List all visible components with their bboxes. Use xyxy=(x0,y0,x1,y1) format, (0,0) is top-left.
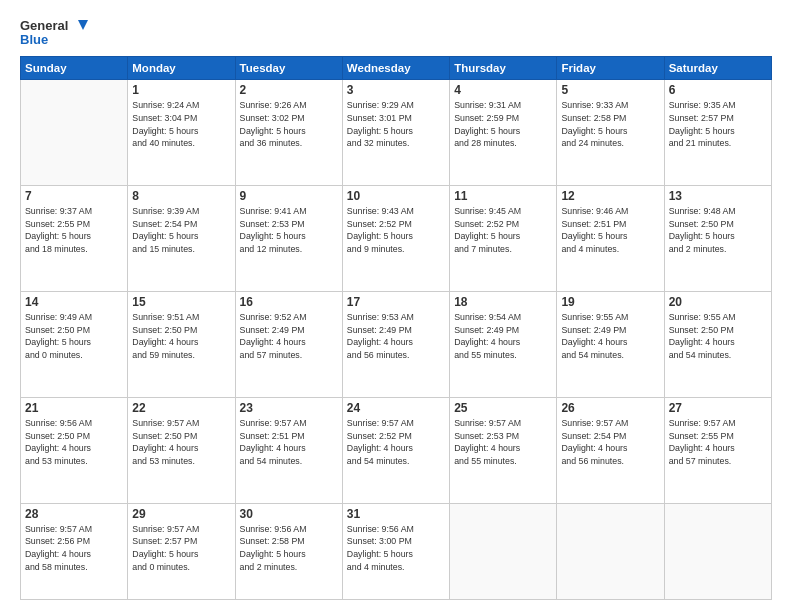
calendar-cell: 8Sunrise: 9:39 AM Sunset: 2:54 PM Daylig… xyxy=(128,185,235,291)
calendar-cell: 30Sunrise: 9:56 AM Sunset: 2:58 PM Dayli… xyxy=(235,503,342,599)
day-info: Sunrise: 9:33 AM Sunset: 2:58 PM Dayligh… xyxy=(561,99,659,150)
svg-marker-2 xyxy=(78,20,88,30)
day-info: Sunrise: 9:26 AM Sunset: 3:02 PM Dayligh… xyxy=(240,99,338,150)
calendar-cell xyxy=(21,80,128,186)
calendar-cell: 17Sunrise: 9:53 AM Sunset: 2:49 PM Dayli… xyxy=(342,291,449,397)
day-info: Sunrise: 9:55 AM Sunset: 2:49 PM Dayligh… xyxy=(561,311,659,362)
day-info: Sunrise: 9:56 AM Sunset: 3:00 PM Dayligh… xyxy=(347,523,445,574)
day-number: 28 xyxy=(25,507,123,521)
weekday-header-sunday: Sunday xyxy=(21,57,128,80)
day-info: Sunrise: 9:57 AM Sunset: 2:57 PM Dayligh… xyxy=(132,523,230,574)
day-number: 22 xyxy=(132,401,230,415)
calendar-cell: 24Sunrise: 9:57 AM Sunset: 2:52 PM Dayli… xyxy=(342,397,449,503)
day-info: Sunrise: 9:57 AM Sunset: 2:51 PM Dayligh… xyxy=(240,417,338,468)
calendar-cell: 4Sunrise: 9:31 AM Sunset: 2:59 PM Daylig… xyxy=(450,80,557,186)
day-info: Sunrise: 9:39 AM Sunset: 2:54 PM Dayligh… xyxy=(132,205,230,256)
calendar-cell: 27Sunrise: 9:57 AM Sunset: 2:55 PM Dayli… xyxy=(664,397,771,503)
day-info: Sunrise: 9:46 AM Sunset: 2:51 PM Dayligh… xyxy=(561,205,659,256)
day-number: 27 xyxy=(669,401,767,415)
weekday-header-row: SundayMondayTuesdayWednesdayThursdayFrid… xyxy=(21,57,772,80)
weekday-header-saturday: Saturday xyxy=(664,57,771,80)
day-info: Sunrise: 9:35 AM Sunset: 2:57 PM Dayligh… xyxy=(669,99,767,150)
calendar-cell xyxy=(557,503,664,599)
day-number: 16 xyxy=(240,295,338,309)
calendar-cell: 5Sunrise: 9:33 AM Sunset: 2:58 PM Daylig… xyxy=(557,80,664,186)
day-number: 14 xyxy=(25,295,123,309)
weekday-header-wednesday: Wednesday xyxy=(342,57,449,80)
day-info: Sunrise: 9:55 AM Sunset: 2:50 PM Dayligh… xyxy=(669,311,767,362)
day-info: Sunrise: 9:57 AM Sunset: 2:53 PM Dayligh… xyxy=(454,417,552,468)
day-number: 10 xyxy=(347,189,445,203)
calendar-cell: 3Sunrise: 9:29 AM Sunset: 3:01 PM Daylig… xyxy=(342,80,449,186)
calendar-cell: 29Sunrise: 9:57 AM Sunset: 2:57 PM Dayli… xyxy=(128,503,235,599)
week-row-2: 7Sunrise: 9:37 AM Sunset: 2:55 PM Daylig… xyxy=(21,185,772,291)
day-info: Sunrise: 9:37 AM Sunset: 2:55 PM Dayligh… xyxy=(25,205,123,256)
calendar-cell xyxy=(664,503,771,599)
day-info: Sunrise: 9:57 AM Sunset: 2:55 PM Dayligh… xyxy=(669,417,767,468)
weekday-header-thursday: Thursday xyxy=(450,57,557,80)
calendar-cell: 14Sunrise: 9:49 AM Sunset: 2:50 PM Dayli… xyxy=(21,291,128,397)
day-info: Sunrise: 9:49 AM Sunset: 2:50 PM Dayligh… xyxy=(25,311,123,362)
calendar-cell: 9Sunrise: 9:41 AM Sunset: 2:53 PM Daylig… xyxy=(235,185,342,291)
day-number: 8 xyxy=(132,189,230,203)
day-info: Sunrise: 9:51 AM Sunset: 2:50 PM Dayligh… xyxy=(132,311,230,362)
page: GeneralBlue SundayMondayTuesdayWednesday… xyxy=(0,0,792,612)
calendar-cell: 20Sunrise: 9:55 AM Sunset: 2:50 PM Dayli… xyxy=(664,291,771,397)
header: GeneralBlue xyxy=(20,16,772,48)
day-info: Sunrise: 9:57 AM Sunset: 2:52 PM Dayligh… xyxy=(347,417,445,468)
calendar-cell: 16Sunrise: 9:52 AM Sunset: 2:49 PM Dayli… xyxy=(235,291,342,397)
calendar-cell: 7Sunrise: 9:37 AM Sunset: 2:55 PM Daylig… xyxy=(21,185,128,291)
day-info: Sunrise: 9:53 AM Sunset: 2:49 PM Dayligh… xyxy=(347,311,445,362)
day-number: 30 xyxy=(240,507,338,521)
calendar-cell: 1Sunrise: 9:24 AM Sunset: 3:04 PM Daylig… xyxy=(128,80,235,186)
calendar-cell xyxy=(450,503,557,599)
calendar-cell: 2Sunrise: 9:26 AM Sunset: 3:02 PM Daylig… xyxy=(235,80,342,186)
day-info: Sunrise: 9:43 AM Sunset: 2:52 PM Dayligh… xyxy=(347,205,445,256)
day-number: 25 xyxy=(454,401,552,415)
day-info: Sunrise: 9:56 AM Sunset: 2:50 PM Dayligh… xyxy=(25,417,123,468)
day-info: Sunrise: 9:45 AM Sunset: 2:52 PM Dayligh… xyxy=(454,205,552,256)
day-info: Sunrise: 9:52 AM Sunset: 2:49 PM Dayligh… xyxy=(240,311,338,362)
calendar-cell: 28Sunrise: 9:57 AM Sunset: 2:56 PM Dayli… xyxy=(21,503,128,599)
day-info: Sunrise: 9:41 AM Sunset: 2:53 PM Dayligh… xyxy=(240,205,338,256)
day-number: 18 xyxy=(454,295,552,309)
day-number: 6 xyxy=(669,83,767,97)
week-row-1: 1Sunrise: 9:24 AM Sunset: 3:04 PM Daylig… xyxy=(21,80,772,186)
calendar-cell: 6Sunrise: 9:35 AM Sunset: 2:57 PM Daylig… xyxy=(664,80,771,186)
day-number: 7 xyxy=(25,189,123,203)
day-number: 3 xyxy=(347,83,445,97)
calendar-cell: 21Sunrise: 9:56 AM Sunset: 2:50 PM Dayli… xyxy=(21,397,128,503)
svg-text:Blue: Blue xyxy=(20,32,48,47)
day-number: 23 xyxy=(240,401,338,415)
day-info: Sunrise: 9:57 AM Sunset: 2:50 PM Dayligh… xyxy=(132,417,230,468)
day-number: 19 xyxy=(561,295,659,309)
day-info: Sunrise: 9:29 AM Sunset: 3:01 PM Dayligh… xyxy=(347,99,445,150)
day-number: 29 xyxy=(132,507,230,521)
week-row-5: 28Sunrise: 9:57 AM Sunset: 2:56 PM Dayli… xyxy=(21,503,772,599)
day-number: 11 xyxy=(454,189,552,203)
logo-icon: GeneralBlue xyxy=(20,16,90,48)
week-row-4: 21Sunrise: 9:56 AM Sunset: 2:50 PM Dayli… xyxy=(21,397,772,503)
calendar-cell: 13Sunrise: 9:48 AM Sunset: 2:50 PM Dayli… xyxy=(664,185,771,291)
day-number: 5 xyxy=(561,83,659,97)
day-info: Sunrise: 9:54 AM Sunset: 2:49 PM Dayligh… xyxy=(454,311,552,362)
day-number: 21 xyxy=(25,401,123,415)
weekday-header-tuesday: Tuesday xyxy=(235,57,342,80)
day-number: 9 xyxy=(240,189,338,203)
day-info: Sunrise: 9:57 AM Sunset: 2:56 PM Dayligh… xyxy=(25,523,123,574)
calendar-cell: 23Sunrise: 9:57 AM Sunset: 2:51 PM Dayli… xyxy=(235,397,342,503)
calendar-cell: 22Sunrise: 9:57 AM Sunset: 2:50 PM Dayli… xyxy=(128,397,235,503)
calendar-cell: 26Sunrise: 9:57 AM Sunset: 2:54 PM Dayli… xyxy=(557,397,664,503)
day-info: Sunrise: 9:57 AM Sunset: 2:54 PM Dayligh… xyxy=(561,417,659,468)
day-number: 15 xyxy=(132,295,230,309)
day-info: Sunrise: 9:48 AM Sunset: 2:50 PM Dayligh… xyxy=(669,205,767,256)
day-number: 26 xyxy=(561,401,659,415)
calendar-cell: 19Sunrise: 9:55 AM Sunset: 2:49 PM Dayli… xyxy=(557,291,664,397)
calendar-cell: 15Sunrise: 9:51 AM Sunset: 2:50 PM Dayli… xyxy=(128,291,235,397)
day-number: 1 xyxy=(132,83,230,97)
day-number: 17 xyxy=(347,295,445,309)
week-row-3: 14Sunrise: 9:49 AM Sunset: 2:50 PM Dayli… xyxy=(21,291,772,397)
day-info: Sunrise: 9:31 AM Sunset: 2:59 PM Dayligh… xyxy=(454,99,552,150)
calendar-cell: 18Sunrise: 9:54 AM Sunset: 2:49 PM Dayli… xyxy=(450,291,557,397)
weekday-header-friday: Friday xyxy=(557,57,664,80)
